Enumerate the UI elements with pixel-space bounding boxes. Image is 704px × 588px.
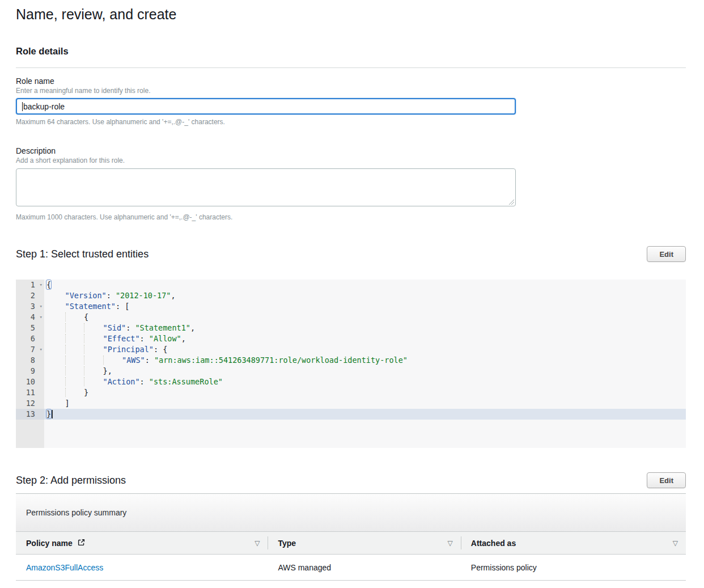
code-line-content: { [44, 280, 686, 290]
line-number: 1▾ [16, 280, 44, 290]
text-caret [22, 102, 23, 111]
permissions-panel-title: Permissions policy summary [16, 494, 686, 531]
line-number: 6 [16, 333, 44, 344]
code-line-content: "Version": "2012-10-17", [44, 290, 686, 301]
policy-type-cell: AWS managed [268, 555, 460, 581]
line-number: 7▾ [16, 344, 44, 355]
code-line-content: } [44, 387, 686, 398]
code-line[interactable]: 8 "AWS": "arn:aws:iam::541263489771:role… [16, 355, 686, 366]
line-number: 11 [16, 387, 44, 398]
filter-dropdown-icon[interactable]: ▽ [673, 540, 678, 547]
column-header-type: Type ▽ [268, 532, 460, 555]
role-name-input[interactable]: backup-role [16, 98, 516, 115]
code-line[interactable]: 6 "Effect": "Allow", [16, 333, 686, 344]
table-row: AmazonS3FullAccessAWS managedPermissions… [16, 555, 686, 581]
column-header-policy-name: Policy name ▽ [16, 532, 268, 555]
column-header-attached-as: Attached as ▽ [461, 532, 686, 555]
code-line[interactable]: 1▾{ [16, 280, 686, 290]
line-number: 5 [16, 323, 44, 333]
step1-edit-button[interactable]: Edit [647, 246, 686, 262]
line-number: 3▾ [16, 301, 44, 312]
code-line-content: "Statement": [ [44, 301, 686, 312]
code-fold-icon[interactable]: ▾ [40, 312, 43, 323]
line-number: 13 [16, 409, 44, 420]
column-label: Policy name [26, 539, 73, 548]
page-title: Name, review, and create [16, 6, 686, 23]
line-number: 8 [16, 355, 44, 366]
description-textarea[interactable] [16, 168, 516, 206]
code-line-content: "Principal": { [44, 344, 686, 355]
line-number: 12 [16, 398, 44, 409]
role-name-constraint: Maximum 64 characters. Use alphanumeric … [16, 118, 686, 126]
editor-caret [52, 410, 53, 418]
column-label: Type [278, 539, 296, 548]
line-number: 9 [16, 366, 44, 377]
step2-heading: Step 2: Add permissions [16, 475, 126, 487]
code-line-content: } [44, 409, 686, 420]
code-fold-icon[interactable]: ▾ [40, 280, 43, 290]
permissions-table: Policy name ▽ Type ▽ [16, 531, 686, 581]
role-name-hint: Enter a meaningful name to identify this… [16, 87, 686, 95]
code-line-content: "AWS": "arn:aws:iam::541263489771:role/w… [44, 355, 686, 366]
code-fold-icon[interactable]: ▾ [40, 344, 43, 355]
filter-dropdown-icon[interactable]: ▽ [255, 540, 260, 547]
code-line-content: "Effect": "Allow", [44, 333, 686, 344]
attached-as-cell: Permissions policy [461, 555, 686, 581]
code-line[interactable]: 11 } [16, 387, 686, 398]
code-line[interactable]: 12 ] [16, 398, 686, 409]
step1-heading: Step 1: Select trusted entities [16, 248, 149, 260]
table-header-row: Policy name ▽ Type ▽ [16, 532, 686, 555]
description-label: Description [16, 146, 686, 156]
line-number: 4▾ [16, 312, 44, 323]
code-line-content: "Sid": "Statement1", [44, 323, 686, 333]
divider [16, 67, 686, 68]
step2-edit-button[interactable]: Edit [647, 472, 686, 488]
role-name-value: backup-role [23, 102, 65, 111]
code-line[interactable]: 10 "Action": "sts:AssumeRole" [16, 377, 686, 387]
code-line-content: { [44, 312, 686, 323]
code-fold-icon[interactable]: ▾ [40, 301, 43, 312]
code-line[interactable]: 7▾ "Principal": { [16, 344, 686, 355]
name-review-create-page: Name, review, and create Role details Ro… [0, 0, 704, 581]
code-line[interactable]: 9 }, [16, 366, 686, 377]
code-line[interactable]: 4▾ { [16, 312, 686, 323]
description-hint: Add a short explanation for this role. [16, 156, 686, 165]
line-number: 10 [16, 377, 44, 387]
resize-handle-icon[interactable] [509, 200, 514, 205]
external-link-icon [78, 539, 85, 548]
code-line[interactable]: 5 "Sid": "Statement1", [16, 323, 686, 333]
column-label: Attached as [471, 539, 516, 548]
code-line[interactable]: 3▾ "Statement": [ [16, 301, 686, 312]
code-line-content: "Action": "sts:AssumeRole" [44, 377, 686, 387]
trust-policy-json-editor[interactable]: 1▾{2 "Version": "2012-10-17",3▾ "Stateme… [16, 280, 686, 448]
policy-name-link[interactable]: AmazonS3FullAccess [26, 563, 103, 572]
role-name-label: Role name [16, 77, 686, 86]
permissions-summary-panel: Permissions policy summary Policy name [16, 493, 686, 581]
description-constraint: Maximum 1000 characters. Use alphanumeri… [16, 213, 686, 222]
filter-dropdown-icon[interactable]: ▽ [448, 540, 453, 547]
line-number: 2 [16, 290, 44, 301]
role-details-heading: Role details [16, 45, 686, 57]
code-line-content: }, [44, 366, 686, 377]
code-line-content: ] [44, 398, 686, 409]
code-line[interactable]: 2 "Version": "2012-10-17", [16, 290, 686, 301]
code-line[interactable]: 13} [16, 409, 686, 420]
